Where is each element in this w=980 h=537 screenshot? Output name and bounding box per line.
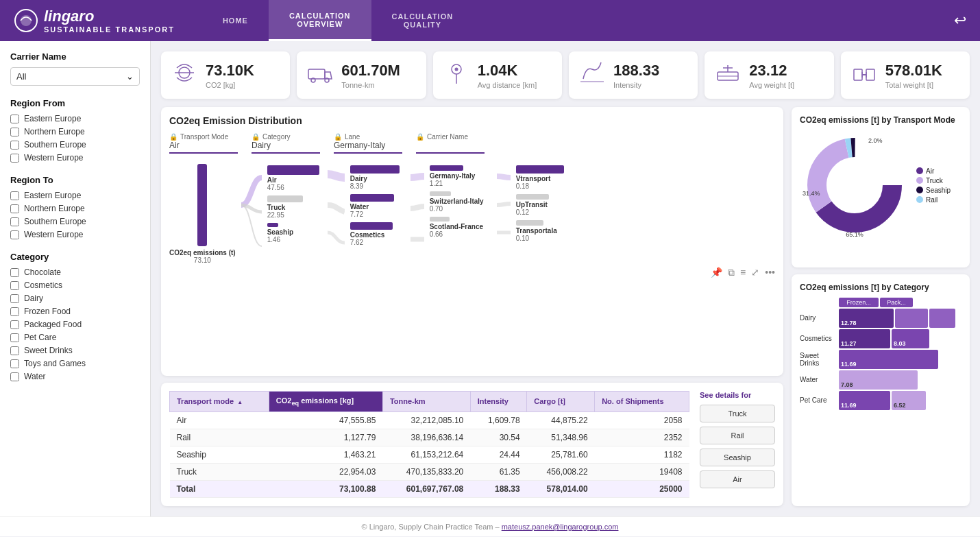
cat-toys-checkbox[interactable] — [10, 359, 19, 368]
cat-chocolate-checkbox[interactable] — [10, 268, 19, 277]
region-to-eastern-checkbox[interactable] — [10, 191, 19, 200]
region-from-western-checkbox[interactable] — [10, 154, 19, 163]
category-section: Category Chocolate Cosmetics Dairy Froze… — [10, 252, 140, 381]
heatmap-row-cosmetics: Cosmetics 11.27 8.03 — [800, 329, 961, 348]
weight-icon — [715, 60, 741, 91]
region-from-eastern-checkbox[interactable] — [10, 115, 19, 123]
cat-water-checkbox[interactable] — [10, 372, 19, 381]
cat-petcare-checkbox[interactable] — [10, 333, 19, 342]
region-from-northern-checkbox[interactable] — [10, 128, 19, 136]
sankey-air: Air 47.56 — [267, 165, 322, 191]
footer-text: © Lingaro, Supply Chain Practice Team – — [362, 523, 500, 531]
detail-truck-button[interactable]: Truck — [700, 405, 775, 422]
logo-text: lingaro — [44, 8, 175, 25]
lock-icon-3: 🔒 — [334, 133, 342, 141]
legend-seaship-label: Seaship — [926, 187, 951, 194]
cat-frozen-checkbox[interactable] — [10, 307, 19, 316]
col-cargo[interactable]: Cargo [t] — [527, 391, 595, 411]
lock-icon-4: 🔒 — [416, 133, 424, 141]
footer-email[interactable]: mateusz.panek@lingarogroup.com — [502, 523, 619, 531]
copy-icon[interactable]: ⧉ — [728, 267, 735, 278]
donut-container: 31.4% 2.0% 65.1% Air — [800, 130, 961, 242]
kpi-dist-value: 1.04K — [478, 62, 537, 80]
sankey-visual: CO2eq emissions (t) 73.10 — [169, 160, 775, 264]
region-to-southern-checkbox[interactable] — [10, 217, 19, 226]
sankey-scofra-bar — [430, 217, 450, 222]
carrier-dropdown[interactable]: All ⌄ — [10, 67, 140, 86]
sankey-filter-transport[interactable]: 🔒 Transport Mode Air — [169, 133, 238, 154]
region-from-eastern-label: Eastern Europe — [24, 114, 81, 123]
col-co2[interactable]: CO2eq emissions [kg] — [269, 391, 382, 411]
region-from-southern-checkbox[interactable] — [10, 141, 19, 150]
sankey-filter-carrier[interactable]: 🔒 Carrier Name — [416, 133, 485, 154]
col-tonne[interactable]: Tonne-km — [382, 391, 470, 411]
sankey-seaship-bar — [267, 223, 278, 227]
cat-water: Water — [10, 372, 140, 381]
cosm-cell2: 8.03 — [892, 329, 929, 348]
donut-legend: Air Truck Seaship — [916, 167, 951, 206]
region-to-western-checkbox[interactable] — [10, 230, 19, 239]
co2-icon — [171, 60, 197, 91]
donut-chart: 31.4% 2.0% 65.1% — [800, 130, 909, 240]
detail-air-button[interactable]: Air — [700, 470, 775, 488]
cell-tonne-rail: 38,196,636.14 — [382, 429, 470, 446]
table-row-truck: Truck 22,954.03 470,135,833.20 61.35 456… — [170, 464, 689, 481]
app-title: SUSTAINABLE TRANSPORT — [44, 25, 175, 34]
legend-rail-label: Rail — [926, 196, 938, 204]
detail-seaship-button[interactable]: Seaship — [700, 449, 775, 466]
sankey-total-bar — [197, 164, 207, 246]
sankey-dairy-bar — [350, 165, 400, 174]
nav-calculation-overview[interactable]: CALCULATIONOVERVIEW — [269, 0, 371, 41]
sankey-cosmetics: Cosmetics 7.62 — [350, 222, 405, 246]
heatmap-row-petcare: Pet Care 11.69 6.52 — [800, 391, 961, 410]
cat-toys-games: Toys and Games — [10, 359, 140, 368]
region-to-northern-checkbox[interactable] — [10, 204, 19, 213]
category-chart-card: CO2eq emissions [t] by Category Frozen..… — [792, 274, 970, 506]
col-shipments[interactable]: No. of Shipments — [595, 391, 689, 411]
kpi-tw-value: 578.01K — [885, 62, 942, 80]
region-to-northern-label: Northern Europe — [24, 204, 85, 213]
kpi-avg-weight: 23.12 Avg weight [t] — [705, 51, 833, 99]
cell-int-truck: 61.35 — [470, 464, 526, 481]
sankey-filter-lane[interactable]: 🔒 Lane Germany-Italy — [334, 133, 402, 154]
nav-calculation-quality[interactable]: CALCULATIONQUALITY — [371, 0, 474, 41]
svg-rect-13 — [854, 69, 862, 80]
region-to-northern: Northern Europe — [10, 204, 140, 213]
kpi-co2-value: 73.10K — [206, 62, 254, 80]
cell-cargo-truck: 456,008.22 — [527, 464, 595, 481]
cosm-main-cell: 11.27 — [839, 329, 890, 348]
region-from-eastern: Eastern Europe — [10, 114, 140, 123]
legend-rail: Rail — [916, 196, 951, 204]
sankey-connector-1 — [328, 164, 345, 253]
category-header: Frozen... Pack... — [800, 298, 961, 307]
legend-air: Air — [916, 167, 951, 175]
expand-icon[interactable]: ⤢ — [751, 267, 759, 278]
more-icon[interactable]: ••• — [765, 267, 775, 278]
dairy-pack-cell — [929, 309, 955, 328]
cat-packaged-checkbox[interactable] — [10, 320, 19, 329]
col-intensity[interactable]: Intensity — [470, 391, 526, 411]
nav-home[interactable]: HOME — [202, 0, 269, 41]
detail-rail-button[interactable]: Rail — [700, 427, 775, 444]
cell-mode-rail: Rail — [170, 429, 269, 446]
cat-sweetdrinks-checkbox[interactable] — [10, 346, 19, 355]
col-transport-mode[interactable]: Transport mode ▲ — [170, 391, 269, 411]
sankey-transportala-bar — [516, 220, 543, 226]
legend-air-dot — [916, 167, 923, 174]
cat-dairy-checkbox[interactable] — [10, 294, 19, 303]
sankey-connector-2 — [411, 164, 424, 255]
total-weight-icon — [851, 60, 877, 91]
sankey-filter-category[interactable]: 🔒 Category Dairy — [252, 133, 320, 154]
region-from-southern-label: Southern Europe — [24, 140, 86, 150]
cat-cosmetics-checkbox[interactable] — [10, 281, 19, 290]
region-from-southern: Southern Europe — [10, 140, 140, 150]
cat-dairy: Dairy — [10, 294, 140, 303]
chart-toolbar: 📌 ⧉ ≡ ⤢ ••• — [169, 267, 775, 278]
table-row-rail: Rail 1,127.79 38,196,636.14 30.54 51,348… — [170, 429, 689, 446]
sankey-cosmetics-bar — [350, 222, 393, 230]
cell-mode-total: Total — [170, 481, 269, 498]
pin-icon[interactable]: 📌 — [711, 267, 722, 278]
back-button[interactable]: ↩ — [954, 12, 966, 29]
filter-icon[interactable]: ≡ — [740, 267, 746, 278]
cell-mode-truck: Truck — [170, 464, 269, 481]
